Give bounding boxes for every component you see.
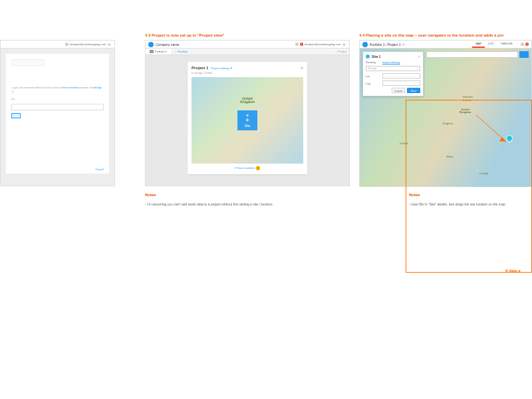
lat-label: Lat (366, 74, 380, 78)
map-label: UnitedKingdom (460, 108, 471, 114)
user-menu[interactable]: 1 benjamin@assetmapping.com (295, 43, 340, 46)
map-label: Wales (446, 155, 454, 158)
plus-icon: + (175, 50, 176, 53)
tab-add-portfolio[interactable]: + Portfolio (171, 49, 192, 55)
notes-heading: Notes (409, 193, 420, 197)
tab-portfolio-1[interactable]: Portfolio 1 (146, 49, 171, 55)
import-drawing-link[interactable]: Import drawing (382, 61, 400, 64)
plus-icon: + (245, 117, 249, 124)
gear-icon[interactable]: ⚙ (108, 43, 112, 47)
user-email: benjamin@assetmapping.com (305, 43, 340, 46)
add-button[interactable] (11, 113, 21, 118)
log-input[interactable] (382, 80, 420, 86)
svg-line-0 (476, 115, 506, 142)
add-site-button[interactable]: ⊕ + Site (237, 110, 257, 130)
user-icon (295, 43, 299, 46)
notes-heading: Notes (145, 193, 156, 197)
site-details-panel: Site 1 × Drawing Import drawing (Drawing… (362, 51, 424, 96)
save-button[interactable]: Save (407, 88, 420, 93)
pin-icon (366, 55, 370, 59)
plus-icon: + (335, 50, 336, 53)
close-icon[interactable]: × (418, 55, 420, 59)
panel-map-view: Portfolio 1 / Project 1 ⟳ MAP LIST TIMEL… (359, 40, 532, 186)
company-name: Company name (156, 43, 293, 47)
project-title: Project 1 (192, 66, 208, 70)
note-text: - User fills in "Site" details, and drag… (409, 202, 506, 206)
team-count-badge: 0 (256, 166, 260, 170)
cancel-link[interactable]: Cancel (96, 168, 104, 171)
info-icon[interactable]: ⓘ (11, 90, 14, 93)
user-icon (521, 43, 524, 46)
members-input[interactable] (11, 104, 104, 110)
app-logo-icon[interactable] (362, 42, 368, 47)
refresh-icon[interactable]: ⟳ (402, 43, 405, 47)
map-label-uk: UnitedKingdom (240, 97, 255, 104)
team-members-link[interactable]: team members (62, 86, 80, 89)
drawing-label: Drawing (366, 61, 380, 64)
user-menu[interactable]: benjamin@assetmapping.com (65, 43, 106, 46)
gear-icon[interactable]: ⚙ (342, 43, 346, 47)
project-card[interactable]: Project 1 Project settings ⚙ ⟳ In design… (188, 62, 307, 174)
lat-input[interactable] (382, 73, 420, 78)
log-label: Log (366, 82, 380, 85)
drawing-select[interactable]: (Drawing)▾ (366, 66, 420, 71)
user-icon (65, 43, 68, 46)
map-label: Ireland (400, 142, 408, 145)
settings-link[interactable]: settings (92, 86, 102, 89)
svg-marker-1 (499, 137, 506, 142)
project-map-thumb[interactable]: UnitedKingdom ⊕ + Site (192, 77, 303, 164)
note-text: - I'm assuming you can't add asset data … (145, 202, 273, 206)
user-email: benjamin@assetmapping.com (70, 43, 106, 46)
breadcrumb[interactable]: Portfolio 1 / Project 1 (370, 43, 400, 47)
site-title: Site 1 (372, 55, 416, 59)
panel-project-view: Company name 1 benjamin@assetmapping.com… (145, 40, 350, 186)
map-search-button[interactable] (519, 51, 529, 58)
cancel-button[interactable]: Cancel (392, 88, 405, 93)
app-logo-icon[interactable] (148, 42, 154, 47)
section-title-4-4: 4.4 Placing a site on the map – user nav… (359, 33, 503, 37)
panel-settings-partial: benjamin@assetmapping.com ⚙ s, you can i… (0, 40, 115, 186)
field-label: ers (11, 97, 104, 101)
section-title-4-3: 4.3 Project is now set up in "Project vi… (145, 33, 224, 37)
team-members-link[interactable]: 0 Team members 0 (192, 164, 303, 170)
chevron-down-icon: ▾ (417, 67, 418, 70)
tab-list[interactable]: LIST (485, 41, 497, 48)
annotation-text: If data a (505, 269, 521, 273)
tab-map[interactable]: MAP (472, 41, 485, 48)
site-pin[interactable] (505, 134, 514, 143)
map-label: London (479, 172, 488, 175)
user-menu[interactable]: 1 (521, 43, 529, 46)
project-settings-link[interactable]: Project settings ⚙ (211, 66, 232, 70)
notification-badge[interactable]: 1 (300, 43, 303, 46)
map-label: NorthernIreland (463, 95, 473, 102)
map-search-input[interactable] (426, 51, 518, 58)
tab-timeline[interactable]: TIMELINE (497, 41, 516, 48)
name-input[interactable] (11, 59, 45, 66)
add-project-button[interactable]: Project (338, 50, 346, 53)
project-status: In design | Online (192, 71, 303, 74)
refresh-icon[interactable]: ⟳ (301, 66, 303, 70)
help-text: s, you can increase their level of acces… (11, 86, 104, 93)
map-label: England (443, 122, 453, 125)
annotation-arrow (473, 112, 513, 152)
notification-badge[interactable]: 1 (525, 43, 529, 46)
folder-icon (150, 50, 154, 53)
site-label: Site (245, 124, 251, 128)
